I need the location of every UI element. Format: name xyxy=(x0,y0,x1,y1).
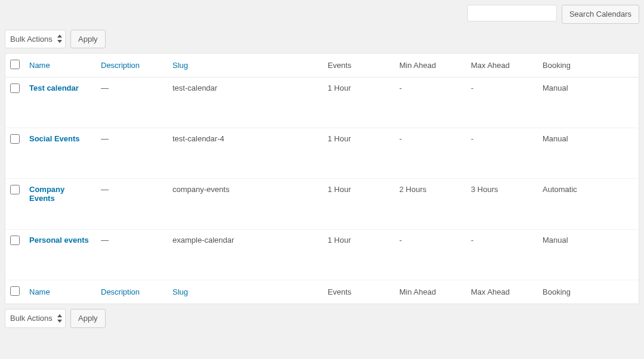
row-booking: Manual xyxy=(543,236,568,245)
row-min-ahead: - xyxy=(399,134,402,143)
table-row: Personal events—example-calendar1 Hour--… xyxy=(5,230,639,280)
row-checkbox[interactable] xyxy=(10,236,20,245)
row-booking: Automatic xyxy=(543,185,577,194)
search-bar: Search Calendars xyxy=(5,5,639,24)
column-header-events: Events xyxy=(328,61,352,70)
column-footer-min-ahead: Min Ahead xyxy=(399,287,436,296)
column-header-booking: Booking xyxy=(543,61,571,70)
column-header-name[interactable]: Name xyxy=(29,61,50,70)
row-min-ahead: - xyxy=(399,236,402,245)
row-max-ahead: - xyxy=(471,134,473,143)
column-header-slug[interactable]: Slug xyxy=(172,61,188,70)
row-max-ahead: 3 Hours xyxy=(471,185,498,194)
row-checkbox[interactable] xyxy=(10,134,20,144)
select-all-top-checkbox[interactable] xyxy=(10,60,20,69)
calendars-table: Name Description Slug Events Min Ahead M… xyxy=(5,53,639,304)
column-footer-description[interactable]: Description xyxy=(101,287,140,296)
row-events: 1 Hour xyxy=(328,236,351,245)
column-footer-events: Events xyxy=(328,287,352,296)
column-header-max-ahead: Max Ahead xyxy=(471,61,510,70)
row-checkbox[interactable] xyxy=(10,83,20,93)
row-slug: example-calendar xyxy=(172,236,234,245)
row-max-ahead: - xyxy=(471,236,473,245)
row-booking: Manual xyxy=(543,134,568,143)
column-footer-name[interactable]: Name xyxy=(29,287,50,296)
row-checkbox[interactable] xyxy=(10,185,20,194)
row-events: 1 Hour xyxy=(328,185,351,194)
bulk-action-select-bottom[interactable]: Bulk Actions xyxy=(5,309,66,328)
search-input[interactable] xyxy=(467,5,557,21)
row-min-ahead: - xyxy=(399,83,402,92)
row-title-link[interactable]: Test calendar xyxy=(29,83,79,92)
table-header-row: Name Description Slug Events Min Ahead M… xyxy=(5,54,639,78)
table-footer-row: Name Description Slug Events Min Ahead M… xyxy=(5,280,639,304)
bulk-actions-top: Bulk Actions Apply xyxy=(5,30,639,49)
row-events: 1 Hour xyxy=(328,134,351,143)
row-slug: test-calendar xyxy=(172,83,217,92)
row-title-link[interactable]: Social Events xyxy=(29,134,80,143)
row-title-link[interactable]: Personal events xyxy=(29,236,89,245)
column-header-description[interactable]: Description xyxy=(101,61,140,70)
row-description: — xyxy=(101,134,109,143)
row-max-ahead: - xyxy=(471,83,473,92)
column-footer-max-ahead: Max Ahead xyxy=(471,287,510,296)
column-header-min-ahead: Min Ahead xyxy=(399,61,436,70)
column-footer-booking: Booking xyxy=(543,287,571,296)
table-row: Social Events—test-calendar-41 Hour--Man… xyxy=(5,128,639,179)
select-all-bottom-checkbox[interactable] xyxy=(10,286,20,296)
apply-button-bottom[interactable]: Apply xyxy=(70,309,106,328)
row-title-link[interactable]: Company Events xyxy=(29,185,64,203)
bulk-actions-bottom: Bulk Actions Apply xyxy=(5,309,639,328)
row-events: 1 Hour xyxy=(328,83,351,92)
row-description: — xyxy=(101,83,109,92)
row-slug: company-events xyxy=(172,185,229,194)
row-booking: Manual xyxy=(543,83,568,92)
apply-button-top[interactable]: Apply xyxy=(70,30,106,49)
row-min-ahead: 2 Hours xyxy=(399,185,427,194)
search-button[interactable]: Search Calendars xyxy=(562,5,639,24)
table-row: Test calendar—test-calendar1 Hour--Manua… xyxy=(5,78,639,128)
column-footer-slug[interactable]: Slug xyxy=(172,287,188,296)
bulk-action-select-top[interactable]: Bulk Actions xyxy=(5,30,66,49)
row-description: — xyxy=(101,236,109,245)
row-slug: test-calendar-4 xyxy=(172,134,224,143)
table-row: Company Events—company-events1 Hour2 Hou… xyxy=(5,179,639,230)
row-description: — xyxy=(101,185,109,194)
